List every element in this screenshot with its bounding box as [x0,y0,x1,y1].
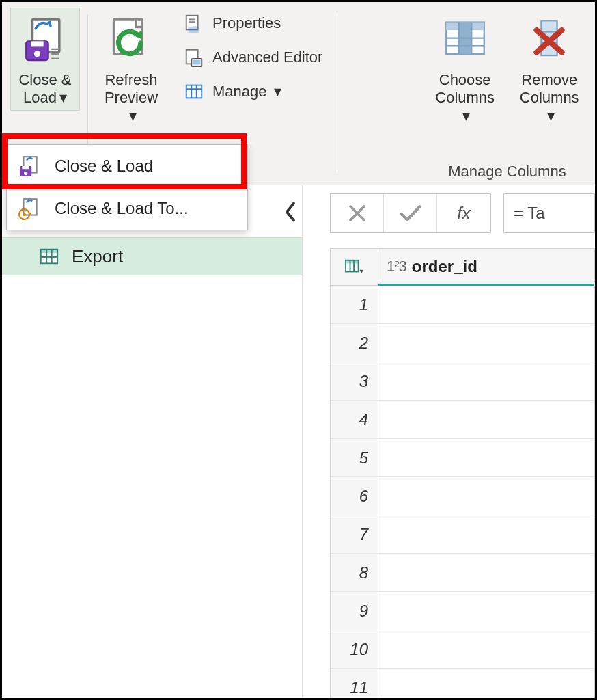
formula-input[interactable]: = Ta [503,193,595,233]
manage-button[interactable]: Manage ▾ [176,76,329,107]
close-load-label-2: Load [23,89,57,106]
column-type-indicator: 1²3 [387,258,406,275]
chevron-down-icon: ▾ [129,107,137,125]
cell[interactable] [378,439,594,476]
svg-rect-10 [189,27,198,33]
query-item-label: Export [72,246,123,267]
advanced-editor-button[interactable]: Advanced Editor [176,42,329,73]
svg-rect-39 [22,208,23,211]
row-number: 10 [331,630,378,668]
remove-columns-label-1: Remove [518,71,581,89]
row-number: 7 [331,515,378,553]
table-row[interactable]: 10 [331,630,594,669]
properties-icon [182,12,206,35]
remove-columns-icon [520,11,578,68]
svg-rect-16 [186,85,202,98]
table-row[interactable]: 3 [331,362,594,401]
close-load-icon [16,11,74,68]
svg-marker-54 [359,269,363,273]
cell[interactable] [378,592,594,630]
table-row[interactable]: 11 [331,669,594,700]
table-row[interactable]: 5 [331,439,594,477]
row-number: 1 [331,286,378,323]
properties-label: Properties [212,14,281,32]
cell[interactable] [378,362,594,400]
table-menu-icon [344,258,365,276]
data-pane: fx = Ta 1²3 order_id 123456789101 [330,185,595,698]
cell[interactable] [378,401,594,438]
chevron-down-icon: ▾ [274,83,281,100]
choose-columns-label-2: Columns [435,89,495,106]
column-header[interactable]: 1²3 order_id [378,249,594,286]
menu-close-and-load-to-label: Close & Load To... [55,199,189,218]
query-item[interactable]: Export [2,237,302,275]
refresh-preview-button[interactable]: Refresh Preview▾ [96,8,166,129]
svg-rect-41 [18,213,20,214]
formula-value: = Ta [514,204,545,223]
remove-columns-button[interactable]: Remove Columns▾ [512,8,587,129]
chevron-down-icon: ▾ [547,107,555,125]
cell[interactable] [378,515,594,553]
close-load-dropdown: Close & Load Close & Load To... [6,144,248,230]
table-row[interactable]: 4 [331,401,594,439]
cell[interactable] [378,477,594,515]
refresh-icon [102,11,160,68]
table-row[interactable]: 7 [331,515,594,554]
table-body: 1234567891011 [331,286,594,700]
cell[interactable] [378,324,594,362]
svg-point-38 [23,213,25,215]
ribbon-group-label-manage-columns: Manage Columns [428,159,587,182]
row-number: 6 [331,477,378,515]
close-load-to-icon [16,196,42,221]
row-number: 11 [331,669,378,700]
close-load-label-1: Close & [18,71,71,89]
table-row[interactable]: 8 [331,554,594,592]
svg-rect-34 [22,166,29,169]
formula-confirm-button[interactable] [384,194,437,232]
properties-button[interactable]: Properties [176,8,329,39]
column-name: order_id [412,257,477,276]
ribbon-group-manage-columns: Choose Columns▾ Remove Columns▾ [419,2,595,185]
refresh-label-1: Refresh [102,71,160,89]
table-icon [39,246,59,267]
advanced-editor-icon [182,46,206,69]
svg-rect-15 [193,60,200,65]
row-number: 2 [331,324,378,362]
cell[interactable] [378,630,594,668]
svg-rect-51 [346,260,359,263]
close-load-icon [16,153,42,179]
table-corner-menu[interactable] [331,249,378,286]
formula-cancel-button[interactable] [331,194,384,232]
svg-point-35 [24,172,27,175]
menu-close-and-load-label: Close & Load [55,157,153,176]
row-number: 3 [331,362,378,400]
svg-rect-40 [22,218,23,220]
choose-columns-button[interactable]: Choose Columns▾ [428,8,503,129]
cell[interactable] [378,669,594,700]
svg-rect-36 [24,199,37,215]
svg-rect-44 [41,250,57,254]
chevron-down-icon: ▾ [59,89,67,107]
row-number: 8 [331,554,378,591]
fx-icon: fx [457,203,471,224]
formula-fx-button[interactable]: fx [437,194,490,232]
cell[interactable] [378,554,594,591]
table-row[interactable]: 6 [331,477,594,515]
queries-pane: Export [2,185,303,698]
table-row[interactable]: 2 [331,324,594,362]
table-row[interactable]: 9 [331,592,594,630]
check-icon [399,203,422,224]
menu-close-and-load-to[interactable]: Close & Load To... [7,187,247,230]
cell[interactable] [378,286,594,323]
table-row[interactable]: 1 [331,286,594,324]
data-table: 1²3 order_id 1234567891011 [330,248,595,700]
chevron-down-icon: ▾ [462,107,470,125]
manage-label: Manage [212,83,267,100]
menu-close-and-load[interactable]: Close & Load [7,145,247,187]
svg-rect-42 [29,213,31,214]
row-number: 4 [331,401,378,438]
row-number: 5 [331,439,378,476]
close-and-load-button[interactable]: Close & Load▾ [10,8,80,111]
cancel-x-icon [347,203,367,224]
collapse-pane-button[interactable] [283,202,298,222]
